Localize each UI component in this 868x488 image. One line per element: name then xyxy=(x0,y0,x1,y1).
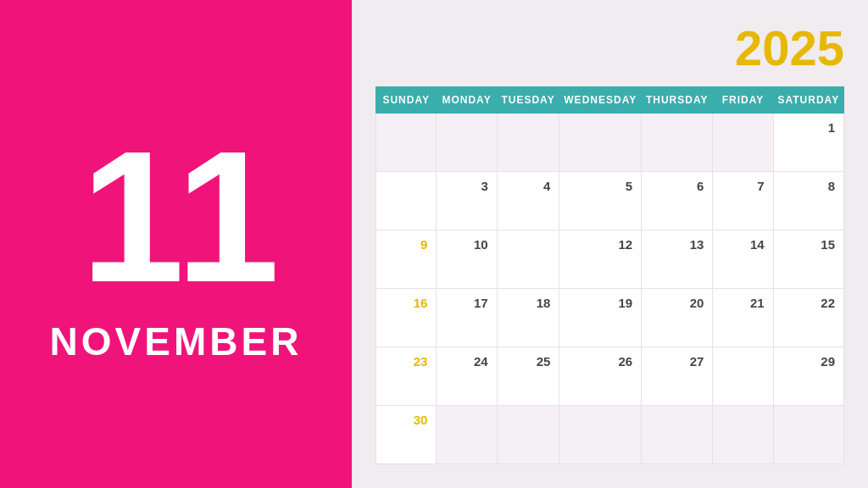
calendar-cell: 13 xyxy=(642,230,713,289)
calendar-cell: 2 xyxy=(376,172,437,230)
day-number: 11 xyxy=(81,124,271,310)
calendar-cell: 18 xyxy=(497,289,559,347)
calendar-cell: 10 xyxy=(437,230,497,289)
calendar-cell xyxy=(642,114,713,172)
calendar-cell xyxy=(713,114,773,172)
calendar-cell: 5 xyxy=(559,172,642,230)
header-cell-friday: FRIDAY xyxy=(713,87,773,114)
calendar-row: 9101112131415 xyxy=(376,230,844,289)
calendar-cell: 28 xyxy=(713,347,773,406)
calendar-cell: 1 xyxy=(773,114,843,172)
calendar-cell: 6 xyxy=(642,172,713,230)
calendar-row: 30 xyxy=(376,406,844,464)
header-row: SUNDAYMONDAYTUESDAYWEDNESDAYTHURSDAYFRID… xyxy=(376,87,844,114)
header-cell-saturday: SATURDAY xyxy=(773,87,843,114)
calendar-cell: 15 xyxy=(773,230,843,289)
calendar-cell: 11 xyxy=(497,230,559,289)
calendar-cell xyxy=(437,114,497,172)
calendar-row: 16171819202122 xyxy=(376,289,844,347)
calendar-cell xyxy=(497,406,559,464)
calendar-cell: 22 xyxy=(773,289,843,347)
header-cell-sunday: SUNDAY xyxy=(376,87,437,114)
calendar-cell xyxy=(559,114,642,172)
calendar-row: 2345678 xyxy=(376,172,844,230)
calendar-cell: 8 xyxy=(773,172,843,230)
calendar-row: 23242526272829 xyxy=(376,347,844,406)
calendar-header: SUNDAYMONDAYTUESDAYWEDNESDAYTHURSDAYFRID… xyxy=(376,87,844,114)
calendar-cell: 20 xyxy=(642,289,713,347)
calendar-cell: 3 xyxy=(437,172,497,230)
header-cell-tuesday: TUESDAY xyxy=(497,87,559,114)
calendar-cell: 17 xyxy=(437,289,497,347)
calendar-cell: 24 xyxy=(437,347,497,406)
calendar-cell: 27 xyxy=(642,347,713,406)
calendar-cell xyxy=(437,406,497,464)
calendar-cell xyxy=(642,406,713,464)
calendar-cell xyxy=(497,114,559,172)
month-label: NOVEMBER xyxy=(50,319,303,364)
calendar-cell: 19 xyxy=(559,289,642,347)
calendar-cell: 26 xyxy=(559,347,642,406)
calendar-row: 1 xyxy=(376,114,844,172)
left-panel: 11 NOVEMBER xyxy=(0,0,352,488)
calendar-cell: 4 xyxy=(497,172,559,230)
calendar-cell: 30 xyxy=(376,406,437,464)
header-cell-monday: MONDAY xyxy=(437,87,497,114)
calendar-cell: 12 xyxy=(559,230,642,289)
calendar-cell xyxy=(713,406,773,464)
calendar-cell xyxy=(559,406,642,464)
calendar-cell: 25 xyxy=(497,347,559,406)
right-panel: 2025 SUNDAYMONDAYTUESDAYWEDNESDAYTHURSDA… xyxy=(352,0,868,488)
calendar-cell: 23 xyxy=(376,347,437,406)
calendar-body: 1234567891011121314151617181920212223242… xyxy=(376,114,844,464)
calendar-cell: 7 xyxy=(713,172,773,230)
calendar-cell: 16 xyxy=(376,289,437,347)
calendar-cell: 9 xyxy=(376,230,437,289)
header-cell-thursday: THURSDAY xyxy=(642,87,713,114)
calendar-cell xyxy=(773,406,843,464)
year-label: 2025 xyxy=(376,24,844,73)
calendar-cell: 14 xyxy=(713,230,773,289)
calendar-cell: 29 xyxy=(773,347,843,406)
calendar-cell xyxy=(376,114,437,172)
header-cell-wednesday: WEDNESDAY xyxy=(559,87,642,114)
calendar-table: SUNDAYMONDAYTUESDAYWEDNESDAYTHURSDAYFRID… xyxy=(376,86,844,464)
calendar-cell: 21 xyxy=(713,289,773,347)
